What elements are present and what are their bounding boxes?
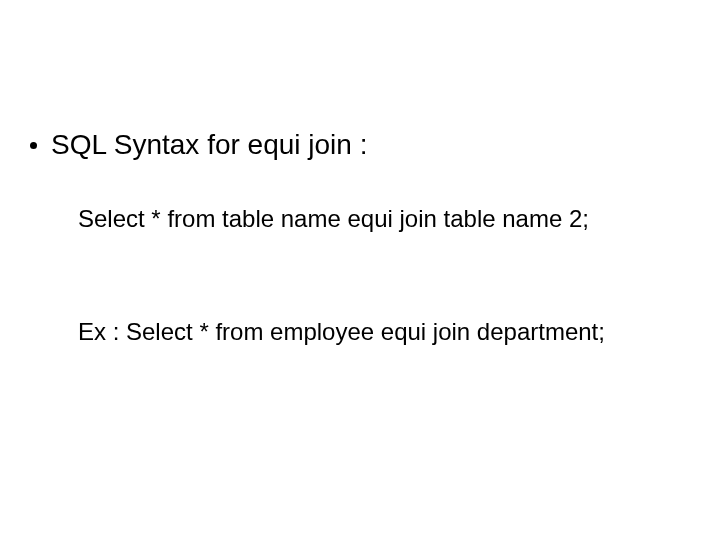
bullet-dot-icon (30, 142, 37, 149)
bullet-text: SQL Syntax for equi join : (51, 128, 367, 162)
slide: SQL Syntax for equi join : Select * from… (0, 0, 720, 540)
syntax-line: Select * from table name equi join table… (78, 205, 589, 234)
example-line: Ex : Select * from employee equi join de… (78, 318, 605, 347)
bullet-item: SQL Syntax for equi join : (30, 128, 367, 162)
